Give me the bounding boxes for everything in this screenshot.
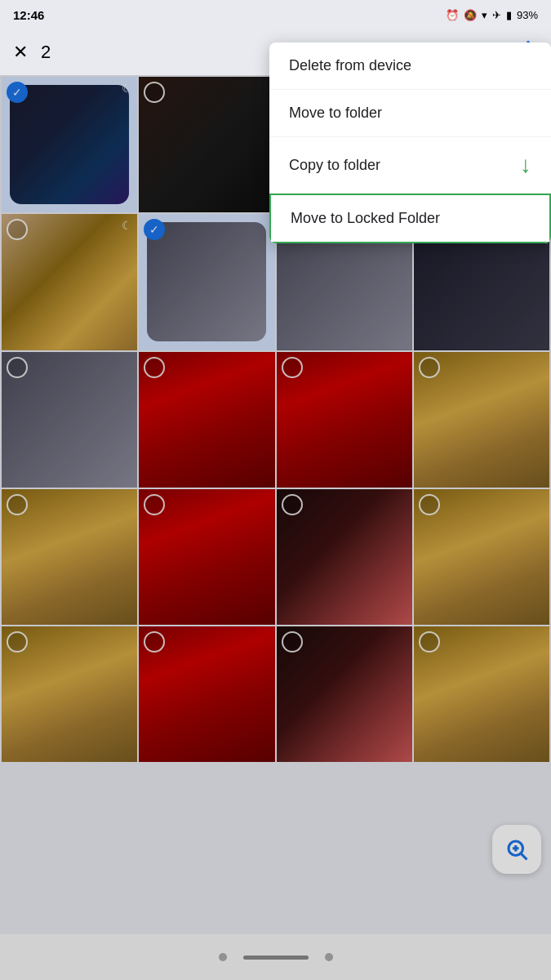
status-bar: 12:46 ⏰ 🔕 ▾ ✈ ▮ 93% — [0, 0, 551, 29]
status-icons: ⏰ 🔕 ▾ ✈ ▮ 93% — [446, 9, 538, 21]
move-folder-label: Move to folder — [289, 105, 382, 122]
status-time: 12:46 — [13, 8, 44, 22]
battery-icon: ▮ — [506, 9, 512, 21]
copy-to-folder-item[interactable]: Copy to folder ↓ — [269, 137, 551, 194]
alarm-icon: ⏰ — [446, 9, 459, 21]
down-arrow-icon: ↓ — [520, 152, 531, 178]
delete-from-device-item[interactable]: Delete from device — [269, 42, 551, 90]
battery-percent: 93% — [517, 9, 538, 21]
airplane-icon: ✈ — [492, 9, 501, 21]
close-button[interactable]: ✕ — [13, 42, 28, 63]
dropdown-menu: Delete from device Move to folder Copy t… — [269, 42, 551, 243]
locked-folder-label: Move to Locked Folder — [291, 210, 440, 227]
move-to-folder-item[interactable]: Move to folder — [269, 90, 551, 137]
move-to-locked-folder-item[interactable]: Move to Locked Folder — [269, 194, 551, 243]
copy-folder-label: Copy to folder — [289, 157, 380, 174]
bell-off-icon: 🔕 — [464, 9, 477, 21]
selected-count: 2 — [41, 42, 51, 63]
delete-label: Delete from device — [289, 57, 411, 74]
wifi-icon: ▾ — [482, 9, 487, 21]
